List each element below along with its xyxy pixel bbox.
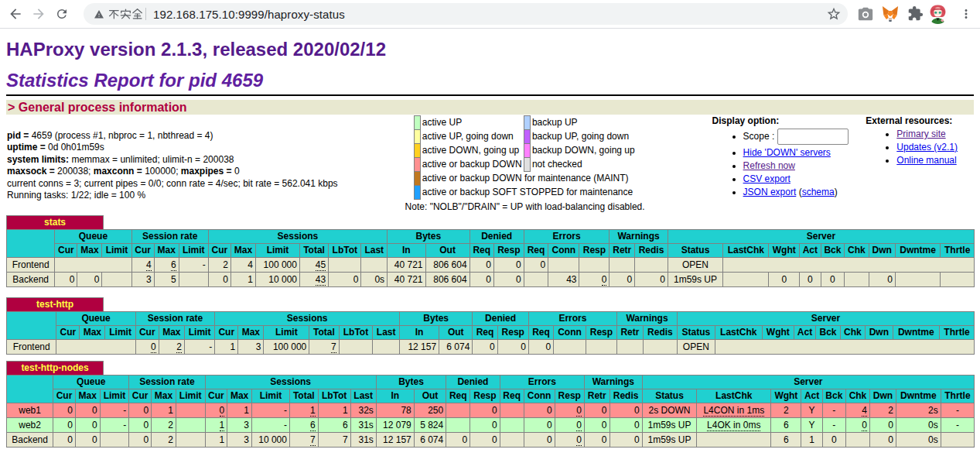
row-name-link[interactable]: web1 xyxy=(19,405,41,416)
row-name-link[interactable]: Backend xyxy=(12,434,48,445)
column-header: Req xyxy=(473,326,497,340)
stat-cell: 0 xyxy=(579,273,610,287)
stat-cell: - xyxy=(941,418,974,433)
stat-cell: 2 xyxy=(159,340,184,355)
column-header: Total xyxy=(289,389,318,403)
process-info: pid = 4659 (process #1, nbproc = 1, nbth… xyxy=(6,115,339,214)
column-header: Resp xyxy=(579,244,610,258)
tooltip-value: 7 xyxy=(310,434,316,446)
profile-avatar[interactable] xyxy=(927,3,948,24)
link[interactable]: Hide 'DOWN' servers xyxy=(743,147,831,158)
column-header: Max xyxy=(77,244,102,258)
stat-cell: 0 xyxy=(208,273,230,287)
divider xyxy=(6,94,974,96)
column-header: Conn xyxy=(554,326,586,340)
row-name-link[interactable]: Frontend xyxy=(13,341,50,352)
tooltip-value: L4CON in 1ms xyxy=(703,405,764,417)
column-header: Conn xyxy=(548,244,579,258)
stat-cell: 2s DOWN xyxy=(642,403,697,418)
row-name-link[interactable]: web2 xyxy=(19,420,41,430)
legend-swatch xyxy=(414,172,420,186)
column-group-header: Denied xyxy=(446,376,500,389)
proxy-name-spacer xyxy=(104,298,975,312)
column-header: Retr xyxy=(585,389,610,403)
reload-button[interactable] xyxy=(53,5,71,23)
link[interactable]: schema xyxy=(802,187,835,197)
address-bar[interactable]: 不安全 192.168.175.10:9999/haproxy-status xyxy=(84,3,848,25)
stat-cell: 0 xyxy=(55,273,77,287)
stat-cell: 0 xyxy=(869,273,895,287)
stat-cell: 0 xyxy=(610,418,642,433)
row-name-cell: web1 xyxy=(7,403,53,418)
stat-cell: 45 xyxy=(299,258,328,273)
back-button[interactable] xyxy=(6,5,25,23)
row-name-cell: Frontend xyxy=(7,258,55,273)
link[interactable]: Online manual xyxy=(896,155,956,166)
stat-cell: 40 721 xyxy=(388,273,425,287)
tooltip-value: 0 xyxy=(151,341,156,353)
stat-cell: 2 xyxy=(152,433,176,448)
stat-cell: - xyxy=(822,418,845,433)
link[interactable]: CSV export xyxy=(743,173,790,184)
external-resources: External resources: Primary siteUpdates … xyxy=(865,115,974,214)
avatar-image xyxy=(927,3,948,24)
link[interactable]: JSON export xyxy=(743,187,797,197)
link[interactable]: Refresh now xyxy=(743,160,795,171)
column-header: Out xyxy=(439,326,473,340)
stat-cell xyxy=(723,258,975,273)
list-item: Scope : xyxy=(743,129,849,145)
bookmark-button[interactable] xyxy=(826,6,842,25)
column-header: In xyxy=(400,326,439,340)
row-name-link[interactable]: Backend xyxy=(12,274,49,285)
list-item: Updates (v2.1) xyxy=(896,142,958,153)
stat-cell: OPEN xyxy=(677,340,715,355)
column-header: Retr xyxy=(617,326,644,340)
proxy-name-link[interactable]: test-http-nodes xyxy=(21,362,88,373)
table-row: Frontend02-13100 000712 1576 074000OPEN xyxy=(7,340,975,355)
camera-extension-button[interactable] xyxy=(857,5,874,26)
column-header: Limit xyxy=(176,389,205,403)
stat-cell: 1m59s UP xyxy=(642,433,697,448)
stat-cell: - xyxy=(100,403,129,418)
list-item: Refresh now xyxy=(743,160,849,171)
link[interactable]: Updates (v2.1) xyxy=(896,142,958,153)
column-header: Status xyxy=(642,389,697,403)
stat-cell: 12 157 xyxy=(400,340,439,355)
stat-cell xyxy=(102,273,131,287)
tooltip-value: 6 xyxy=(171,259,176,271)
text: 4659 (process #1, nbproc = 1, nbthread =… xyxy=(32,130,213,141)
stat-cell: - xyxy=(252,403,290,418)
stat-cell: 12 079 xyxy=(376,418,414,433)
stat-cell: 6 xyxy=(771,418,801,433)
stat-cell: 1 xyxy=(227,403,252,418)
column-group-header: Warnings xyxy=(585,376,643,389)
scope-input[interactable] xyxy=(777,129,849,145)
display-options: Display option: Scope :Hide 'DOWN' serve… xyxy=(712,115,866,214)
link[interactable]: Primary site xyxy=(896,129,945,139)
legend-row: active or backup SOFT STOPPED for mainte… xyxy=(414,186,637,200)
column-header: Dwn xyxy=(869,389,896,403)
browser-menu-button[interactable] xyxy=(959,6,973,25)
legend-label: backup UP xyxy=(530,116,636,130)
metamask-extension-button[interactable] xyxy=(882,5,899,26)
product-link[interactable]: HAProxy version 2.1.3, released 2020/02/… xyxy=(6,39,386,60)
tooltip-value: 1 xyxy=(220,420,225,431)
proxy-name-link[interactable]: test-http xyxy=(36,299,73,310)
column-group-header: Queue xyxy=(53,376,129,389)
browser-toolbar: 不安全 192.168.175.10:9999/haproxy-status xyxy=(0,0,980,29)
text: ) xyxy=(835,187,838,197)
column-header: Max xyxy=(159,326,184,340)
column-header: Status xyxy=(668,244,722,258)
column-header: Bck xyxy=(822,389,845,403)
forward-button[interactable] xyxy=(29,5,48,23)
text: 0 xyxy=(234,166,240,177)
stat-cell: 4 xyxy=(845,403,869,418)
row-name-link[interactable]: Frontend xyxy=(12,259,50,270)
stat-cell: L4OK in 0ms xyxy=(697,418,771,433)
column-header: Limit xyxy=(252,389,290,403)
tooltip-value: 43 xyxy=(316,274,326,286)
extensions-button[interactable] xyxy=(907,5,924,25)
stat-cell: Y xyxy=(801,418,822,433)
proxy-name-link[interactable]: stats xyxy=(44,217,66,228)
column-header: Resp xyxy=(497,326,528,340)
